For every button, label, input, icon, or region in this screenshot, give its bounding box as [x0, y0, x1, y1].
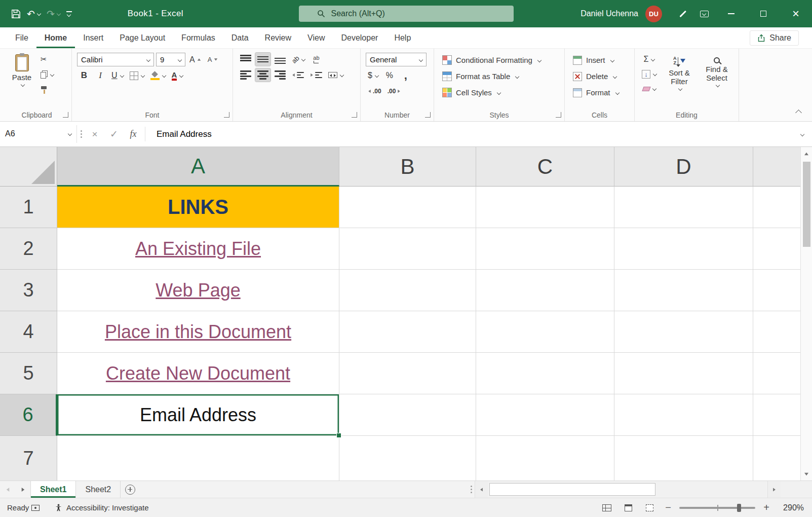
accessibility-checker[interactable]: Accessibility: Investigate	[55, 503, 149, 512]
zoom-out-button[interactable]: −	[663, 502, 673, 513]
orientation-button[interactable]: ab	[290, 53, 307, 66]
column-header-B[interactable]: B	[339, 147, 476, 187]
font-name-combo[interactable]: Calibri	[77, 53, 154, 66]
search-box[interactable]: Search (Alt+Q)	[299, 6, 514, 22]
align-left-button[interactable]	[238, 68, 253, 82]
scroll-up-button[interactable]	[801, 147, 812, 160]
cell-A1[interactable]: LINKS	[57, 187, 339, 228]
decrease-font-size-button[interactable]: A	[206, 53, 221, 66]
font-dialog-launcher[interactable]	[224, 112, 229, 118]
orientation-chevron[interactable]	[301, 57, 305, 61]
sort-filter-chevron[interactable]	[678, 87, 682, 91]
add-sheet-button[interactable]	[121, 481, 140, 498]
cell-B7[interactable]	[339, 436, 476, 481]
cell-C1[interactable]	[476, 187, 614, 228]
align-bottom-button[interactable]	[273, 53, 288, 66]
cell-C7[interactable]	[476, 436, 614, 481]
decrease-decimal-button[interactable]: .00	[385, 85, 403, 98]
tab-developer[interactable]: Developer	[333, 27, 386, 48]
tab-file[interactable]: File	[7, 27, 36, 48]
sheet-tab-splitter[interactable]	[468, 486, 475, 493]
zoom-slider[interactable]	[679, 507, 755, 509]
sheet-tab-sheet1[interactable]: Sheet1	[30, 481, 76, 498]
styles-dialog-launcher[interactable]	[556, 112, 561, 118]
align-center-button[interactable]	[255, 68, 270, 82]
sheet-nav-right-button[interactable]	[15, 481, 30, 498]
fill-color-button[interactable]	[148, 69, 168, 82]
sheet-nav-left-button[interactable]	[0, 481, 15, 498]
comma-style-button[interactable]: ,	[399, 69, 413, 82]
cell-D2[interactable]	[614, 228, 753, 270]
paste-button[interactable]: Paste	[7, 53, 36, 108]
cell-B3[interactable]	[339, 270, 476, 311]
cell-styles-button[interactable]: Cell Styles	[439, 85, 544, 100]
underline-button[interactable]: U	[109, 69, 126, 82]
number-dialog-launcher[interactable]	[425, 112, 431, 118]
percent-style-button[interactable]: %	[382, 69, 397, 82]
cell-A6-selected[interactable]: Email Address	[57, 394, 339, 436]
undo-dropdown-chevron[interactable]	[37, 12, 41, 16]
tab-page-layout[interactable]: Page Layout	[111, 27, 173, 48]
font-name-chevron[interactable]	[146, 57, 150, 61]
autosum-button[interactable]: Σ	[640, 53, 659, 66]
row-header-5[interactable]: 5	[0, 353, 57, 394]
conditional-formatting-button[interactable]: Conditional Formatting	[439, 53, 544, 67]
cell-C3[interactable]	[476, 270, 614, 311]
format-chevron[interactable]	[615, 90, 619, 94]
scroll-down-button[interactable]	[801, 467, 812, 481]
expand-formula-bar-chevron[interactable]	[800, 132, 804, 136]
cell-D6[interactable]	[614, 394, 753, 436]
sort-filter-button[interactable]: AZ Sort & Filter	[663, 53, 696, 108]
find-select-button[interactable]: Find & Select	[700, 53, 733, 108]
row-header-2[interactable]: 2	[0, 228, 57, 270]
cell-C6[interactable]	[476, 394, 614, 436]
maximize-button[interactable]	[747, 0, 780, 27]
cell-A4-hyperlink[interactable]: Place in this Document	[57, 311, 339, 353]
clear-button[interactable]	[640, 82, 659, 95]
format-as-table-chevron[interactable]	[515, 74, 519, 78]
format-cells-button[interactable]: Format	[570, 85, 622, 100]
merge-center-chevron[interactable]	[340, 73, 344, 77]
inking-button[interactable]	[672, 0, 693, 27]
insert-chevron[interactable]	[610, 58, 614, 62]
cell-B2[interactable]	[339, 228, 476, 270]
align-middle-button[interactable]	[255, 53, 270, 66]
record-macro-button[interactable]	[31, 505, 40, 511]
delete-chevron[interactable]	[613, 74, 617, 78]
customize-quick-access-button[interactable]	[66, 5, 72, 22]
fill-color-chevron[interactable]	[162, 73, 166, 78]
cell-B5[interactable]	[339, 353, 476, 394]
number-format-combo[interactable]: General	[366, 53, 427, 66]
cell-C2[interactable]	[476, 228, 614, 270]
paste-dropdown-chevron[interactable]	[20, 83, 24, 87]
font-color-chevron[interactable]	[179, 73, 183, 78]
tab-help[interactable]: Help	[386, 27, 419, 48]
conditional-formatting-chevron[interactable]	[537, 58, 542, 62]
cell-A3-hyperlink[interactable]: Web Page	[57, 270, 339, 311]
tab-data[interactable]: Data	[223, 27, 257, 48]
cell-D3[interactable]	[614, 270, 753, 311]
cell-B6[interactable]	[339, 394, 476, 436]
cell-D4[interactable]	[614, 311, 753, 353]
tab-home[interactable]: Home	[36, 27, 75, 48]
collapse-ribbon-button[interactable]	[795, 109, 802, 116]
name-box-chevron[interactable]	[68, 132, 72, 136]
formula-input[interactable]: Email Address	[147, 129, 799, 139]
row-header-7[interactable]: 7	[0, 436, 57, 481]
row-header-6[interactable]: 6	[0, 394, 57, 436]
undo-button[interactable]: ↶	[27, 5, 41, 22]
find-select-chevron[interactable]	[715, 83, 719, 87]
cell-D7[interactable]	[614, 436, 753, 481]
cell-C4[interactable]	[476, 311, 614, 353]
align-top-button[interactable]	[238, 53, 253, 66]
clear-chevron[interactable]	[652, 87, 656, 91]
delete-cells-button[interactable]: Delete	[570, 69, 622, 84]
row-header-4[interactable]: 4	[0, 311, 57, 353]
tab-formulas[interactable]: Formulas	[173, 27, 223, 48]
increase-indent-button[interactable]	[308, 68, 324, 82]
wrap-text-button[interactable]: ab	[309, 53, 323, 66]
merge-center-button[interactable]	[326, 68, 345, 82]
number-format-chevron[interactable]	[419, 57, 423, 61]
italic-button[interactable]: I	[93, 69, 107, 82]
column-header-D[interactable]: D	[614, 147, 753, 187]
